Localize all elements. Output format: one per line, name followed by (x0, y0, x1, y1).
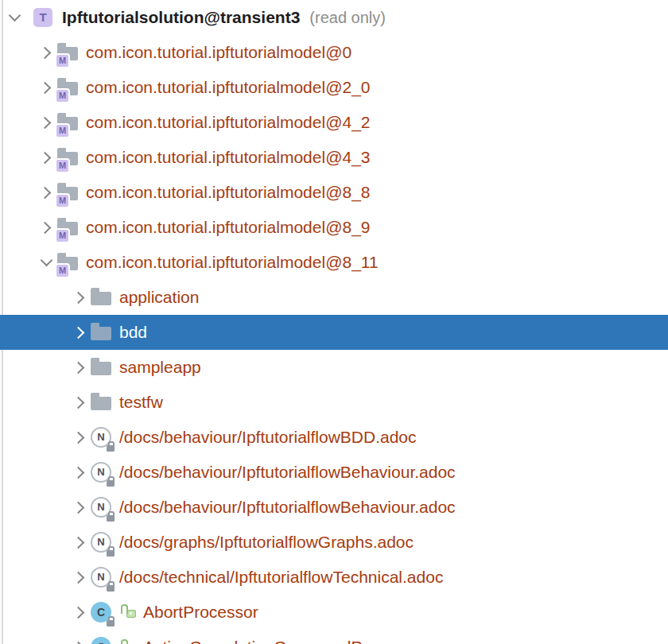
folder-shape (91, 292, 111, 305)
tree-item-label: com.icon.tutorial.ipftutorialmodel@8_9 (86, 218, 371, 237)
chevron-right-icon[interactable] (37, 113, 56, 132)
tree-item-label: com.icon.tutorial.ipftutorialmodel@8_8 (86, 183, 371, 202)
tree-item-label: testfw (119, 393, 163, 412)
chevron-right-icon[interactable] (70, 288, 89, 307)
tree-item-label: AbortProcessor (143, 603, 258, 622)
chevron-right-icon[interactable] (37, 148, 56, 167)
tree-item-label: com.icon.tutorial.ipftutorialmodel@8_11 (86, 253, 379, 272)
folder-icon (91, 287, 112, 308)
chevron-right-icon[interactable] (70, 533, 89, 552)
tree-row-folder-sampleapp[interactable]: sampleapp (0, 350, 668, 385)
chevron-down-icon[interactable] (5, 8, 24, 27)
lock-badge-icon (107, 480, 115, 487)
document-node-icon: N (91, 462, 112, 483)
lock-badge-icon (107, 620, 115, 627)
chevron-right-icon[interactable] (70, 358, 89, 377)
tree-row-model-2-0[interactable]: M com.icon.tutorial.ipftutorialmodel@2_0 (0, 70, 668, 105)
unlocked-icon (121, 638, 137, 644)
tree-item-label: /docs/graphs/IpftutorialflowGraphs.adoc (119, 533, 414, 552)
model-badge-icon: M (56, 55, 68, 67)
tree-row-model-0[interactable]: M com.icon.tutorial.ipftutorialmodel@0 (0, 35, 668, 70)
tree-item-label: sampleapp (119, 358, 201, 377)
chevron-right-icon[interactable] (70, 603, 89, 622)
tree-row-model-8-8[interactable]: M com.icon.tutorial.ipftutorialmodel@8_8 (0, 175, 668, 210)
open-lock-shape (126, 610, 136, 618)
tree-item-label: com.icon.tutorial.ipftutorialmodel@4_3 (86, 148, 371, 167)
tree-row-class-actioncompletion[interactable]: C ActionCompletionCommandProcessor (0, 630, 668, 644)
folder-shape (91, 397, 111, 410)
folder-icon (91, 322, 112, 343)
project-tree-panel: T Ipftutorialsolution@transient3 (read o… (0, 0, 668, 644)
model-icon: M (57, 147, 79, 169)
model-badge-icon: M (56, 90, 68, 102)
model-badge-icon: M (56, 125, 68, 137)
model-icon: M (57, 77, 79, 99)
model-icon: M (57, 182, 79, 204)
tree-row-model-4-2[interactable]: M com.icon.tutorial.ipftutorialmodel@4_2 (0, 105, 668, 140)
chevron-right-icon[interactable] (37, 78, 56, 97)
chevron-right-icon[interactable] (70, 638, 89, 644)
tree-item-label: com.icon.tutorial.ipftutorialmodel@2_0 (86, 78, 371, 97)
tree-item-label: /docs/technical/IpftutorialflowTechnical… (119, 568, 443, 587)
model-icon: M (57, 252, 79, 274)
tree-item-label: bdd (119, 323, 147, 342)
document-node-icon: N (91, 427, 112, 448)
tree-row-doc-bdd-adoc[interactable]: N /docs/behaviour/IpftutorialflowBDD.ado… (0, 420, 668, 455)
folder-icon (91, 392, 112, 413)
model-badge-icon: M (56, 195, 68, 207)
tree-row-model-8-9[interactable]: M com.icon.tutorial.ipftutorialmodel@8_9 (0, 210, 668, 245)
chevron-right-icon[interactable] (70, 568, 89, 587)
concept-node-icon: C (91, 602, 112, 623)
document-node-icon: N (91, 497, 112, 518)
tree-item-label: com.icon.tutorial.ipftutorialmodel@0 (86, 43, 351, 62)
tree-item-label: ActionCompletionCommandProcessor (143, 638, 426, 644)
lock-badge-icon (107, 445, 115, 452)
tree-row-class-abortprocessor[interactable]: C AbortProcessor (0, 595, 668, 630)
unlocked-icon (121, 603, 137, 622)
chevron-right-icon[interactable] (70, 323, 89, 342)
concept-letter: C (91, 637, 111, 644)
chevron-right-icon[interactable] (37, 183, 56, 202)
concept-node-icon: C (91, 637, 112, 644)
tree-row-model-8-11[interactable]: M com.icon.tutorial.ipftutorialmodel@8_1… (0, 245, 668, 280)
tree-item-label: Ipftutorialsolution@transient3 (62, 8, 300, 27)
tree-row-doc-behaviour-adoc[interactable]: N /docs/behaviour/IpftutorialflowBehavio… (0, 455, 668, 490)
solution-letter: T (33, 8, 52, 27)
tree-item-label: /docs/behaviour/IpftutorialflowBehaviour… (119, 498, 456, 517)
read-only-badge: (read only) (309, 9, 386, 27)
chevron-right-icon[interactable] (70, 393, 89, 412)
model-badge-icon: M (56, 230, 68, 242)
lock-badge-icon (107, 585, 115, 592)
folder-shape (91, 362, 111, 375)
document-node-icon: N (91, 532, 112, 553)
tree-row-folder-testfw[interactable]: testfw (0, 385, 668, 420)
model-icon: M (57, 42, 79, 64)
tree-row-folder-bdd[interactable]: bdd (0, 315, 668, 350)
tree-item-label: /docs/behaviour/IpftutorialflowBDD.adoc (119, 428, 417, 447)
tree-row-model-4-3[interactable]: M com.icon.tutorial.ipftutorialmodel@4_3 (0, 140, 668, 175)
lock-badge-icon (107, 515, 115, 522)
document-node-icon: N (91, 567, 112, 588)
model-icon: M (57, 112, 79, 134)
chevron-right-icon[interactable] (70, 498, 89, 517)
chevron-right-icon[interactable] (70, 463, 89, 482)
lock-badge-icon (107, 550, 115, 557)
tree-item-label: /docs/behaviour/IpftutorialflowBehaviour… (119, 463, 456, 482)
tree-item-label: com.icon.tutorial.ipftutorialmodel@4_2 (86, 113, 371, 132)
tree-row-doc-behaviour-adoc-2[interactable]: N /docs/behaviour/IpftutorialflowBehavio… (0, 490, 668, 525)
model-icon: M (57, 217, 79, 239)
chevron-right-icon[interactable] (70, 428, 89, 447)
tree-item-label: application (119, 288, 199, 307)
folder-shape (91, 327, 111, 340)
chevron-right-icon[interactable] (37, 218, 56, 237)
chevron-right-icon[interactable] (37, 43, 56, 62)
tree-row-solution[interactable]: T Ipftutorialsolution@transient3 (read o… (0, 0, 668, 35)
model-badge-icon: M (56, 265, 68, 277)
chevron-down-icon[interactable] (37, 253, 56, 272)
model-badge-icon: M (56, 160, 68, 172)
folder-icon (91, 357, 112, 378)
tree-row-doc-graphs-adoc[interactable]: N /docs/graphs/IpftutorialflowGraphs.ado… (0, 525, 668, 560)
tree-row-doc-technical-adoc[interactable]: N /docs/technical/IpftutorialflowTechnic… (0, 560, 668, 595)
solution-icon: T (33, 7, 55, 29)
tree-row-folder-application[interactable]: application (0, 280, 668, 315)
